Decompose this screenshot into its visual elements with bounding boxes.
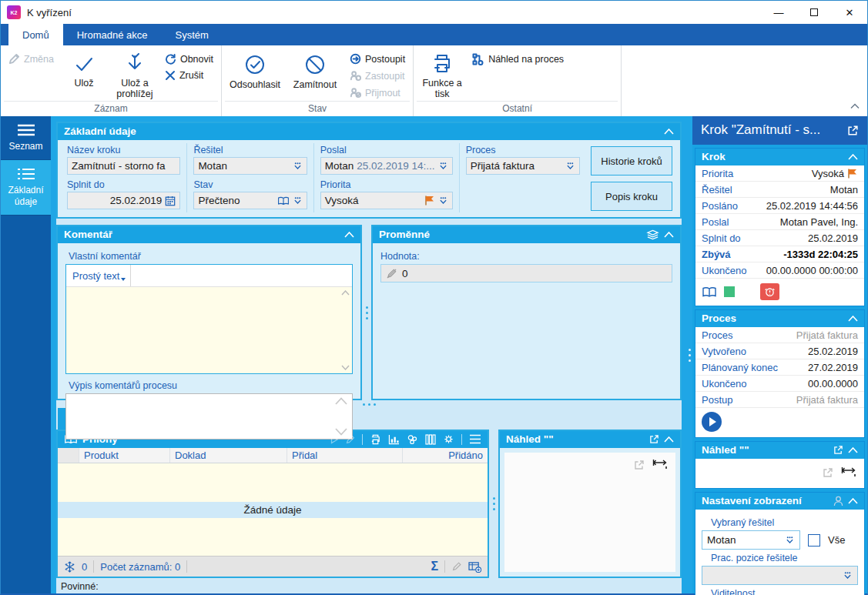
prilohy-panel: Přílohy <box>56 430 489 578</box>
sum-button[interactable]: Σ <box>431 560 438 573</box>
obnovit-button[interactable]: Obnovit <box>160 53 218 65</box>
priorita-combo[interactable]: Vysoká <box>320 192 453 209</box>
popout-icon[interactable] <box>847 125 859 136</box>
listbox-scrollbar[interactable] <box>335 397 347 436</box>
krok-collapse-button[interactable] <box>848 154 858 160</box>
fit-width-icon[interactable] <box>841 466 856 478</box>
prosty-text-button[interactable]: Prostý text <box>72 265 131 286</box>
nahled-na-proces-button[interactable]: Náhled na proces <box>468 53 568 65</box>
proces-combo[interactable]: Přijatá faktura <box>466 157 580 175</box>
prilohy-toolbar <box>330 434 481 445</box>
vse-checkbox[interactable] <box>808 534 820 547</box>
popout-icon[interactable] <box>823 467 833 478</box>
stav-label: Stav <box>193 179 307 190</box>
zakladni-udaje-panel: Základní údaje Název kroku Zamítnutí - s… <box>56 122 682 219</box>
column-doklad[interactable]: Doklad <box>170 448 287 463</box>
column-pridano[interactable]: Přidáno <box>403 448 488 463</box>
komentar-textarea[interactable] <box>66 287 352 373</box>
ribbon: Změna Ulož Ulož a prohlížej Obnovit <box>1 45 867 116</box>
combo-dropdown-icon <box>785 537 795 544</box>
layers-icon[interactable] <box>646 229 659 240</box>
komentar-collapse-button[interactable] <box>344 232 354 238</box>
settings-gear-icon[interactable] <box>443 434 454 445</box>
krok-row-poslano: Posláno25.02.2019 14:44:56 <box>695 198 864 214</box>
zrusit-button[interactable]: Zrušit <box>160 70 218 81</box>
vybrany-resitel-combo[interactable]: Motan <box>702 530 800 550</box>
open-book-icon[interactable] <box>702 286 717 298</box>
funkce-a-tisk-button[interactable]: Funkce a tisk <box>417 47 468 101</box>
sidebar-filler <box>1 216 51 593</box>
zakladni-collapse-button[interactable] <box>664 129 674 135</box>
prijmout-button[interactable]: Přijmout <box>345 87 410 99</box>
odsouhlasit-button[interactable]: Odsouhlasit <box>225 47 285 101</box>
gears-icon[interactable] <box>407 434 418 445</box>
menu-icon[interactable] <box>469 434 481 444</box>
print-icon[interactable] <box>370 434 381 445</box>
column-pridal[interactable]: Přidal <box>287 448 403 463</box>
postoupit-button[interactable]: Postoupit <box>345 53 410 65</box>
column-produkt[interactable]: Produkt <box>79 448 170 463</box>
promenne-title: Proměnné <box>379 229 430 240</box>
editor-scrollbar[interactable] <box>341 290 350 370</box>
row-selector-column <box>58 448 79 463</box>
zastoupit-button[interactable]: Zastoupit <box>345 70 410 82</box>
edit-pencil-icon[interactable] <box>346 435 355 444</box>
priority-flag-icon <box>847 169 858 179</box>
nahled-collapse-button[interactable] <box>664 436 674 443</box>
vertical-splitter[interactable] <box>489 430 498 578</box>
right-nahled-collapse-button[interactable] <box>848 447 858 453</box>
uloz-a-prohlizej-button[interactable]: Ulož a prohlížej <box>109 47 160 101</box>
tab-hromadne-akce[interactable]: Hromadné akce <box>63 24 162 45</box>
promenne-collapse-button[interactable] <box>664 232 674 238</box>
close-button[interactable]: ✕ <box>832 1 867 24</box>
process-play-button[interactable] <box>702 412 722 432</box>
nahled-panel: Náhled "" <box>498 430 682 578</box>
popout-icon[interactable] <box>833 445 843 455</box>
main-right-splitter[interactable] <box>687 116 692 593</box>
vertical-splitter[interactable] <box>362 225 371 400</box>
popis-kroku-button[interactable]: Popis kroku <box>591 182 672 211</box>
popout-icon[interactable] <box>634 460 645 470</box>
hodnota-input[interactable]: 0 <box>380 264 672 282</box>
ribbon-collapse-button[interactable] <box>850 100 860 112</box>
status-green-icon <box>724 286 735 297</box>
hodnota-label: Hodnota: <box>380 251 672 262</box>
nastaveni-collapse-button[interactable] <box>848 498 858 504</box>
proces-collapse-button[interactable] <box>848 316 858 322</box>
edit-pencil-icon[interactable] <box>451 561 462 572</box>
person-icon[interactable] <box>833 496 843 506</box>
splnit-do-date-input[interactable]: 25.02.2019 <box>67 192 180 209</box>
maximize-button[interactable] <box>796 1 832 24</box>
combo-dropdown-icon <box>843 572 853 580</box>
poslal-combo[interactable]: Motan 25.02.2019 14:... <box>320 157 453 175</box>
run-icon[interactable] <box>330 435 339 444</box>
group-label-zaznam: Záznam <box>4 101 218 116</box>
resitel-combo[interactable]: Motan <box>193 157 307 175</box>
nazev-kroku-input[interactable]: Zamítnutí - storno fa <box>67 157 180 175</box>
prac-pozice-combo[interactable] <box>702 566 858 585</box>
tab-system[interactable]: Systém <box>161 24 222 45</box>
snowflake-filter-icon[interactable] <box>64 561 75 573</box>
chart-icon[interactable] <box>388 434 400 445</box>
stav-combo[interactable]: Přečteno <box>193 192 307 209</box>
krok-row-poslal: PoslalMotan Pavel, Ing. <box>695 214 864 230</box>
popout-icon[interactable] <box>649 434 659 444</box>
right-nahled-card: Náhled "" <box>695 441 865 489</box>
columns-icon[interactable] <box>425 434 436 445</box>
zamitnout-button[interactable]: Zamítnout <box>285 47 345 101</box>
tab-domu[interactable]: Domů <box>8 24 63 45</box>
zmena-button[interactable]: Změna <box>4 53 59 65</box>
sidebar-item-zakladni-udaje[interactable]: Základní údaje <box>1 160 51 216</box>
prilohy-grid-body[interactable]: Žádné údaje <box>58 463 488 556</box>
uloz-button[interactable]: Ulož <box>59 47 109 101</box>
vypis-komentaru-listbox[interactable] <box>65 393 353 440</box>
fit-width-icon[interactable] <box>652 459 668 470</box>
historie-kroku-button[interactable]: Historie kroků <box>591 146 672 175</box>
refresh-icon <box>165 53 176 65</box>
app-logo-icon: K2 <box>7 5 21 19</box>
sidebar-item-seznam[interactable]: Seznam <box>1 116 51 160</box>
group-label-stav: Stav <box>225 101 410 116</box>
record-count: Počet záznamů: 0 <box>100 561 180 573</box>
minimize-button[interactable]: — <box>761 1 796 24</box>
add-record-icon[interactable] <box>468 561 481 573</box>
